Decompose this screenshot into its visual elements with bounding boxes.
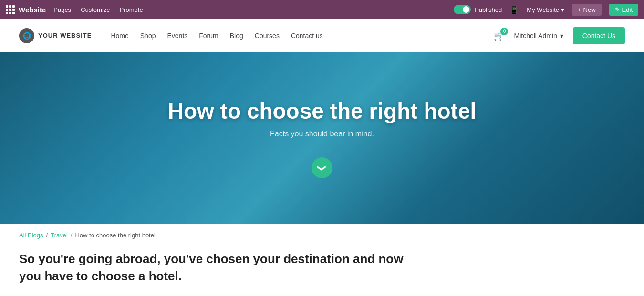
menu-home[interactable]: Home xyxy=(111,32,128,40)
scroll-down-button[interactable]: ❯ xyxy=(312,157,332,178)
edit-label: Edit xyxy=(622,6,633,13)
breadcrumb-separator-1: / xyxy=(46,232,48,239)
site-logo-icon: 🌐 xyxy=(19,28,34,43)
breadcrumb-separator-2: / xyxy=(71,232,73,239)
site-nav-right: 🛒 0 Mitchell Admin ▾ Contact Us xyxy=(494,27,625,44)
admin-logo[interactable]: Website xyxy=(6,5,46,14)
breadcrumb-all-blogs[interactable]: All Blogs xyxy=(19,232,43,239)
site-logo-text: YOUR WEBSITE xyxy=(38,32,92,39)
chevron-down-icon: ▾ xyxy=(561,6,564,13)
menu-contact[interactable]: Contact us xyxy=(291,32,323,40)
menu-courses[interactable]: Courses xyxy=(255,32,280,40)
my-website-button[interactable]: My Website ▾ xyxy=(527,6,564,13)
breadcrumb-travel[interactable]: Travel xyxy=(51,232,68,239)
site-navigation: 🌐 YOUR WEBSITE Home Shop Events Forum Bl… xyxy=(0,19,644,52)
published-toggle[interactable] xyxy=(454,5,471,14)
hero-section: How to choose the right hotel Facts you … xyxy=(0,52,644,224)
user-chevron-icon: ▾ xyxy=(560,32,563,40)
menu-forum[interactable]: Forum xyxy=(199,32,218,40)
admin-logo-text: Website xyxy=(19,6,46,14)
hero-subtitle: Facts you should bear in mind. xyxy=(168,130,477,138)
contact-us-button[interactable]: Contact Us xyxy=(573,27,625,44)
user-name: Mitchell Admin xyxy=(514,32,557,40)
admin-bar: Website Pages Customize Promote Publishe… xyxy=(0,0,644,19)
pencil-icon: ✎ xyxy=(615,6,620,13)
plus-icon: + xyxy=(578,6,582,13)
grid-icon xyxy=(6,5,15,14)
admin-bar-left: Website Pages Customize Promote xyxy=(6,5,446,14)
admin-nav-promote[interactable]: Promote xyxy=(120,6,143,13)
cart-badge: 0 xyxy=(500,28,508,35)
published-label: Published xyxy=(475,6,502,13)
menu-blog[interactable]: Blog xyxy=(230,32,243,40)
content-intro-text: So you're going abroad, you've chosen yo… xyxy=(19,250,410,285)
admin-bar-right: Published 📱 My Website ▾ + New ✎ Edit xyxy=(454,4,638,16)
admin-nav-pages[interactable]: Pages xyxy=(53,6,71,13)
published-toggle-wrapper: Published xyxy=(454,5,502,14)
content-section: So you're going abroad, you've chosen yo… xyxy=(0,243,429,296)
site-menu: Home Shop Events Forum Blog Courses Cont… xyxy=(111,32,494,40)
admin-nav: Pages Customize Promote xyxy=(53,6,143,13)
chevron-down-icon: ❯ xyxy=(317,164,327,172)
breadcrumb-current: How to choose the right hotel xyxy=(75,232,155,239)
site-logo[interactable]: 🌐 YOUR WEBSITE xyxy=(19,28,92,43)
breadcrumb: All Blogs / Travel / How to choose the r… xyxy=(19,232,625,239)
mobile-preview-icon[interactable]: 📱 xyxy=(509,5,519,14)
cart-icon[interactable]: 🛒 0 xyxy=(494,31,504,41)
menu-events[interactable]: Events xyxy=(167,32,187,40)
new-button[interactable]: + New xyxy=(572,4,602,16)
admin-nav-customize[interactable]: Customize xyxy=(81,6,110,13)
edit-button[interactable]: ✎ Edit xyxy=(609,4,638,16)
menu-shop[interactable]: Shop xyxy=(140,32,156,40)
content-body-text: Ten years ago, you'd have probably visit… xyxy=(19,293,410,296)
my-website-label: My Website xyxy=(527,6,559,13)
hero-title: How to choose the right hotel xyxy=(168,98,477,124)
new-label: New xyxy=(583,6,596,13)
user-menu[interactable]: Mitchell Admin ▾ xyxy=(514,32,563,40)
hero-content: How to choose the right hotel Facts you … xyxy=(168,98,477,178)
breadcrumb-section: All Blogs / Travel / How to choose the r… xyxy=(0,224,644,243)
